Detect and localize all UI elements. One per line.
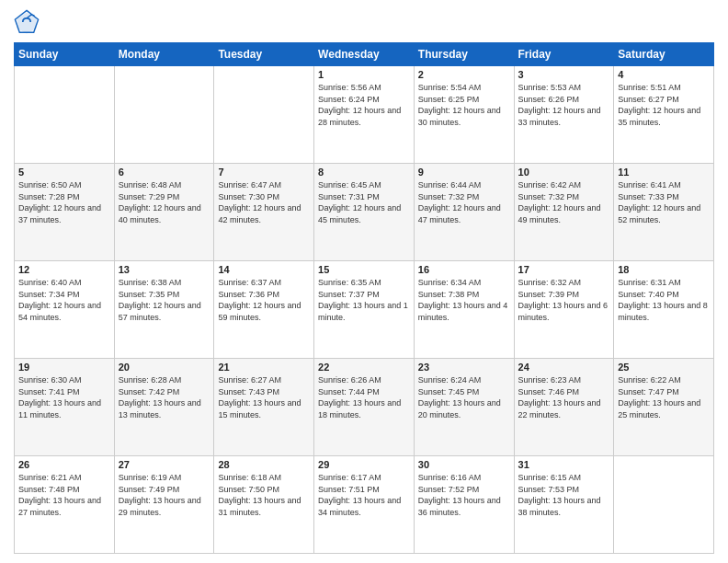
- day-info: Sunrise: 6:34 AMSunset: 7:38 PMDaylight:…: [418, 277, 510, 323]
- day-cell: 6Sunrise: 6:48 AMSunset: 7:29 PMDaylight…: [114, 164, 214, 261]
- day-cell: 18Sunrise: 6:31 AMSunset: 7:40 PMDayligh…: [614, 261, 714, 359]
- week-row-3: 12Sunrise: 6:40 AMSunset: 7:34 PMDayligh…: [15, 261, 714, 359]
- day-cell: 21Sunrise: 6:27 AMSunset: 7:43 PMDayligh…: [214, 359, 314, 456]
- day-number: 28: [218, 459, 310, 470]
- day-info: Sunrise: 6:32 AMSunset: 7:39 PMDaylight:…: [518, 277, 610, 323]
- day-info: Sunrise: 6:22 AMSunset: 7:47 PMDaylight:…: [618, 374, 710, 420]
- day-number: 21: [218, 362, 310, 373]
- day-cell: [15, 66, 115, 164]
- day-number: 19: [18, 362, 110, 373]
- day-info: Sunrise: 6:18 AMSunset: 7:50 PMDaylight:…: [218, 472, 310, 518]
- day-number: 12: [18, 264, 110, 275]
- day-cell: 2Sunrise: 5:54 AMSunset: 6:25 PMDaylight…: [414, 66, 514, 164]
- day-cell: 28Sunrise: 6:18 AMSunset: 7:50 PMDayligh…: [214, 456, 314, 554]
- day-header-monday: Monday: [114, 43, 214, 66]
- day-number: 6: [119, 167, 210, 178]
- day-header-saturday: Saturday: [614, 43, 714, 66]
- day-cell: 9Sunrise: 6:44 AMSunset: 7:32 PMDaylight…: [414, 164, 514, 261]
- day-info: Sunrise: 6:50 AMSunset: 7:28 PMDaylight:…: [18, 179, 110, 225]
- day-number: 16: [418, 264, 510, 275]
- day-info: Sunrise: 6:44 AMSunset: 7:32 PMDaylight:…: [418, 179, 510, 225]
- day-info: Sunrise: 6:47 AMSunset: 7:30 PMDaylight:…: [218, 179, 310, 225]
- day-header-tuesday: Tuesday: [214, 43, 314, 66]
- day-info: Sunrise: 6:45 AMSunset: 7:31 PMDaylight:…: [318, 179, 410, 225]
- day-cell: 8Sunrise: 6:45 AMSunset: 7:31 PMDaylight…: [314, 164, 415, 261]
- day-number: 14: [218, 264, 310, 275]
- day-cell: 19Sunrise: 6:30 AMSunset: 7:41 PMDayligh…: [15, 359, 115, 456]
- day-info: Sunrise: 6:24 AMSunset: 7:45 PMDaylight:…: [418, 374, 510, 420]
- day-number: 20: [119, 362, 210, 373]
- day-cell: 14Sunrise: 6:37 AMSunset: 7:36 PMDayligh…: [214, 261, 314, 359]
- day-number: 29: [318, 459, 410, 470]
- day-cell: 29Sunrise: 6:17 AMSunset: 7:51 PMDayligh…: [314, 456, 415, 554]
- day-info: Sunrise: 6:16 AMSunset: 7:52 PMDaylight:…: [418, 472, 510, 518]
- day-info: Sunrise: 5:54 AMSunset: 6:25 PMDaylight:…: [418, 82, 510, 128]
- day-number: 4: [618, 69, 710, 80]
- day-cell: 11Sunrise: 6:41 AMSunset: 7:33 PMDayligh…: [614, 164, 714, 261]
- logo: [14, 9, 43, 35]
- day-info: Sunrise: 6:37 AMSunset: 7:36 PMDaylight:…: [218, 277, 310, 323]
- day-number: 26: [18, 459, 110, 470]
- day-info: Sunrise: 5:56 AMSunset: 6:24 PMDaylight:…: [318, 82, 410, 128]
- week-row-5: 26Sunrise: 6:21 AMSunset: 7:48 PMDayligh…: [15, 456, 714, 554]
- day-header-sunday: Sunday: [15, 43, 115, 66]
- day-number: 2: [418, 69, 510, 80]
- day-info: Sunrise: 6:15 AMSunset: 7:53 PMDaylight:…: [518, 472, 610, 518]
- day-info: Sunrise: 6:35 AMSunset: 7:37 PMDaylight:…: [318, 277, 410, 323]
- page: SundayMondayTuesdayWednesdayThursdayFrid…: [0, 0, 728, 563]
- day-info: Sunrise: 6:48 AMSunset: 7:29 PMDaylight:…: [119, 179, 210, 225]
- day-cell: 25Sunrise: 6:22 AMSunset: 7:47 PMDayligh…: [614, 359, 714, 456]
- day-info: Sunrise: 6:23 AMSunset: 7:46 PMDaylight:…: [518, 374, 610, 420]
- day-number: 23: [418, 362, 510, 373]
- day-number: 7: [218, 167, 310, 178]
- day-cell: [214, 66, 314, 164]
- calendar-table: SundayMondayTuesdayWednesdayThursdayFrid…: [14, 42, 714, 554]
- day-header-friday: Friday: [514, 43, 614, 66]
- header-row: SundayMondayTuesdayWednesdayThursdayFrid…: [15, 43, 714, 66]
- day-info: Sunrise: 6:19 AMSunset: 7:49 PMDaylight:…: [119, 472, 210, 518]
- day-number: 15: [318, 264, 410, 275]
- day-cell: 1Sunrise: 5:56 AMSunset: 6:24 PMDaylight…: [314, 66, 415, 164]
- day-number: 11: [618, 167, 710, 178]
- day-cell: 22Sunrise: 6:26 AMSunset: 7:44 PMDayligh…: [314, 359, 415, 456]
- day-cell: 15Sunrise: 6:35 AMSunset: 7:37 PMDayligh…: [314, 261, 415, 359]
- day-cell: 17Sunrise: 6:32 AMSunset: 7:39 PMDayligh…: [514, 261, 614, 359]
- day-info: Sunrise: 6:21 AMSunset: 7:48 PMDaylight:…: [18, 472, 110, 518]
- week-row-2: 5Sunrise: 6:50 AMSunset: 7:28 PMDaylight…: [15, 164, 714, 261]
- day-number: 17: [518, 264, 610, 275]
- day-cell: 30Sunrise: 6:16 AMSunset: 7:52 PMDayligh…: [414, 456, 514, 554]
- day-info: Sunrise: 6:41 AMSunset: 7:33 PMDaylight:…: [618, 179, 710, 225]
- day-number: 30: [418, 459, 510, 470]
- day-cell: 3Sunrise: 5:53 AMSunset: 6:26 PMDaylight…: [514, 66, 614, 164]
- day-number: 8: [318, 167, 410, 178]
- day-cell: 27Sunrise: 6:19 AMSunset: 7:49 PMDayligh…: [114, 456, 214, 554]
- day-cell: [114, 66, 214, 164]
- day-cell: [614, 456, 714, 554]
- day-info: Sunrise: 6:31 AMSunset: 7:40 PMDaylight:…: [618, 277, 710, 323]
- day-info: Sunrise: 6:17 AMSunset: 7:51 PMDaylight:…: [318, 472, 410, 518]
- day-number: 24: [518, 362, 610, 373]
- day-cell: 16Sunrise: 6:34 AMSunset: 7:38 PMDayligh…: [414, 261, 514, 359]
- day-number: 13: [119, 264, 210, 275]
- day-info: Sunrise: 6:28 AMSunset: 7:42 PMDaylight:…: [119, 374, 210, 420]
- day-cell: 10Sunrise: 6:42 AMSunset: 7:32 PMDayligh…: [514, 164, 614, 261]
- day-cell: 4Sunrise: 5:51 AMSunset: 6:27 PMDaylight…: [614, 66, 714, 164]
- day-header-wednesday: Wednesday: [314, 43, 415, 66]
- day-number: 18: [618, 264, 710, 275]
- day-cell: 26Sunrise: 6:21 AMSunset: 7:48 PMDayligh…: [15, 456, 115, 554]
- day-info: Sunrise: 6:38 AMSunset: 7:35 PMDaylight:…: [119, 277, 210, 323]
- day-number: 27: [119, 459, 210, 470]
- day-cell: 23Sunrise: 6:24 AMSunset: 7:45 PMDayligh…: [414, 359, 514, 456]
- day-info: Sunrise: 5:51 AMSunset: 6:27 PMDaylight:…: [618, 82, 710, 128]
- day-cell: 13Sunrise: 6:38 AMSunset: 7:35 PMDayligh…: [114, 261, 214, 359]
- day-number: 9: [418, 167, 510, 178]
- day-number: 1: [318, 69, 410, 80]
- day-cell: 5Sunrise: 6:50 AMSunset: 7:28 PMDaylight…: [15, 164, 115, 261]
- day-number: 25: [618, 362, 710, 373]
- day-cell: 20Sunrise: 6:28 AMSunset: 7:42 PMDayligh…: [114, 359, 214, 456]
- day-cell: 24Sunrise: 6:23 AMSunset: 7:46 PMDayligh…: [514, 359, 614, 456]
- logo-icon: [14, 9, 40, 35]
- week-row-4: 19Sunrise: 6:30 AMSunset: 7:41 PMDayligh…: [15, 359, 714, 456]
- day-info: Sunrise: 6:30 AMSunset: 7:41 PMDaylight:…: [18, 374, 110, 420]
- day-cell: 31Sunrise: 6:15 AMSunset: 7:53 PMDayligh…: [514, 456, 614, 554]
